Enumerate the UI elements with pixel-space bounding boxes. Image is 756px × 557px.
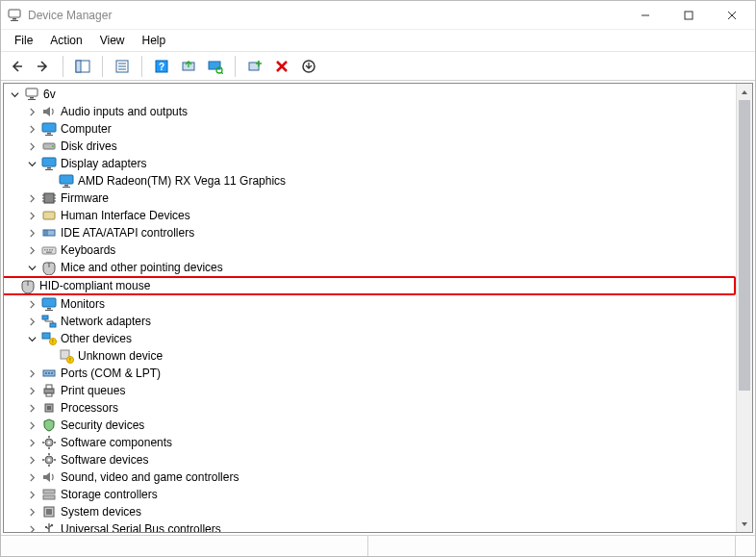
tree-item[interactable]: Network adapters xyxy=(4,313,736,330)
tree-item[interactable]: Universal Serial Bus controllers xyxy=(4,520,736,532)
monitor-icon xyxy=(41,296,57,312)
expand-icon[interactable] xyxy=(25,226,39,241)
maximize-button[interactable] xyxy=(667,1,710,29)
tree-item[interactable]: Security devices xyxy=(4,417,736,434)
collapse-icon[interactable] xyxy=(8,88,22,102)
titlebar: Device Manager xyxy=(1,1,755,30)
expand-icon[interactable] xyxy=(25,139,39,154)
minimize-button[interactable] xyxy=(623,1,667,29)
expand-icon[interactable] xyxy=(25,209,39,223)
help-button[interactable] xyxy=(150,55,173,78)
tree-item[interactable]: Mice and other pointing devices xyxy=(4,259,736,276)
tree-item-label: Unknown device xyxy=(78,349,163,363)
tree-item[interactable]: Audio inputs and outputs xyxy=(4,103,736,120)
expand-icon[interactable] xyxy=(25,453,39,468)
tree-item-label: Software components xyxy=(61,436,172,449)
tree-item[interactable]: Computer xyxy=(4,120,736,138)
audio-icon xyxy=(41,104,57,119)
tree-item[interactable]: Human Interface Devices xyxy=(4,207,736,224)
tree-item[interactable]: Other devices xyxy=(4,330,736,347)
expand-icon[interactable] xyxy=(25,105,39,119)
software-icon xyxy=(41,435,57,450)
expand-icon[interactable] xyxy=(25,401,39,416)
expand-icon[interactable] xyxy=(25,315,39,329)
disable-button[interactable] xyxy=(297,55,320,78)
tree-item[interactable]: Processors xyxy=(4,399,736,417)
device-tree[interactable]: 6vAudio inputs and outputsComputerDisk d… xyxy=(4,84,736,532)
menubar: File Action View Help xyxy=(1,30,755,52)
expand-icon[interactable] xyxy=(25,488,39,502)
tree-item[interactable]: Storage controllers xyxy=(4,486,736,503)
expand-icon[interactable] xyxy=(25,505,39,519)
tree-item[interactable]: Ports (COM & LPT) xyxy=(4,365,736,382)
update-driver-button[interactable] xyxy=(177,55,200,78)
showhide-tree-button[interactable] xyxy=(71,55,94,78)
tree-item[interactable]: Keyboards xyxy=(4,241,736,259)
cpu-icon xyxy=(41,400,57,416)
uninstall-button[interactable] xyxy=(270,55,293,78)
expand-icon[interactable] xyxy=(25,522,39,533)
tree-item[interactable]: System devices xyxy=(4,503,736,520)
tree-item-label: Universal Serial Bus controllers xyxy=(61,522,221,532)
back-button[interactable] xyxy=(5,55,28,78)
tree-item[interactable]: Unknown device xyxy=(4,347,736,365)
tree-item[interactable]: Monitors xyxy=(4,295,736,313)
tree-item-label: Firmware xyxy=(61,191,109,205)
scroll-down-button[interactable] xyxy=(737,516,752,532)
collapse-icon[interactable] xyxy=(25,332,39,346)
statusbar xyxy=(1,535,755,556)
menu-view[interactable]: View xyxy=(92,32,133,49)
tree-item[interactable]: AMD Radeon(TM) RX Vega 11 Graphics xyxy=(4,172,736,190)
tree-item-label: HID-compliant mouse xyxy=(39,279,150,292)
tree-item-label: Security devices xyxy=(61,418,144,432)
tree-item[interactable]: Software devices xyxy=(4,451,736,468)
content: 6vAudio inputs and outputsComputerDisk d… xyxy=(1,81,755,556)
forward-button[interactable] xyxy=(32,55,55,78)
expand-icon[interactable] xyxy=(25,418,39,433)
expand-icon[interactable] xyxy=(25,297,39,312)
tree-item[interactable]: HID-compliant mouse xyxy=(4,276,736,295)
toolbar-separator xyxy=(102,56,103,77)
security-icon xyxy=(41,418,57,433)
tree-item-label: Software devices xyxy=(61,453,148,467)
expand-icon[interactable] xyxy=(25,122,39,137)
properties-button[interactable] xyxy=(111,55,134,78)
tree-item[interactable]: Sound, video and game controllers xyxy=(4,468,736,486)
tree-item-label: Keyboards xyxy=(61,243,115,257)
close-button[interactable] xyxy=(710,1,753,29)
menu-action[interactable]: Action xyxy=(42,32,89,49)
expand-icon[interactable] xyxy=(25,470,39,485)
collapse-icon[interactable] xyxy=(25,157,39,171)
tree-item-label: Other devices xyxy=(61,332,132,345)
expand-icon[interactable] xyxy=(25,191,39,206)
menu-file[interactable]: File xyxy=(7,32,40,49)
computer-icon xyxy=(24,87,39,102)
add-legacy-button[interactable] xyxy=(243,55,266,78)
scroll-thumb[interactable] xyxy=(739,100,750,391)
tree-item[interactable]: Print queues xyxy=(4,382,736,399)
expand-icon[interactable] xyxy=(25,367,39,381)
tree-item-label: Mice and other pointing devices xyxy=(61,261,223,274)
tree-item-label: AMD Radeon(TM) RX Vega 11 Graphics xyxy=(78,174,286,188)
tree-item[interactable]: Firmware xyxy=(4,190,736,207)
expand-icon[interactable] xyxy=(25,436,39,450)
scan-hardware-button[interactable] xyxy=(204,55,227,78)
collapse-icon[interactable] xyxy=(25,261,39,275)
tree-item-label: Sound, video and game controllers xyxy=(61,470,239,484)
ide-icon xyxy=(41,225,57,241)
tree-item[interactable]: Disk drives xyxy=(4,138,736,155)
tree-item[interactable]: Display adapters xyxy=(4,155,736,172)
tree-item[interactable]: IDE ATA/ATAPI controllers xyxy=(4,224,736,241)
expand-icon[interactable] xyxy=(25,384,39,398)
vertical-scrollbar[interactable] xyxy=(736,84,752,532)
expand-icon[interactable] xyxy=(25,243,39,258)
menu-help[interactable]: Help xyxy=(135,32,174,49)
device-tree-pane: 6vAudio inputs and outputsComputerDisk d… xyxy=(3,83,753,533)
tree-item[interactable]: Software components xyxy=(4,434,736,451)
tree-item[interactable]: 6v xyxy=(4,86,736,103)
scroll-up-button[interactable] xyxy=(737,84,752,100)
tree-item-label: Computer xyxy=(61,122,112,136)
hid-icon xyxy=(41,208,57,223)
tree-item-label: Display adapters xyxy=(61,157,146,170)
scroll-track[interactable] xyxy=(737,100,752,516)
